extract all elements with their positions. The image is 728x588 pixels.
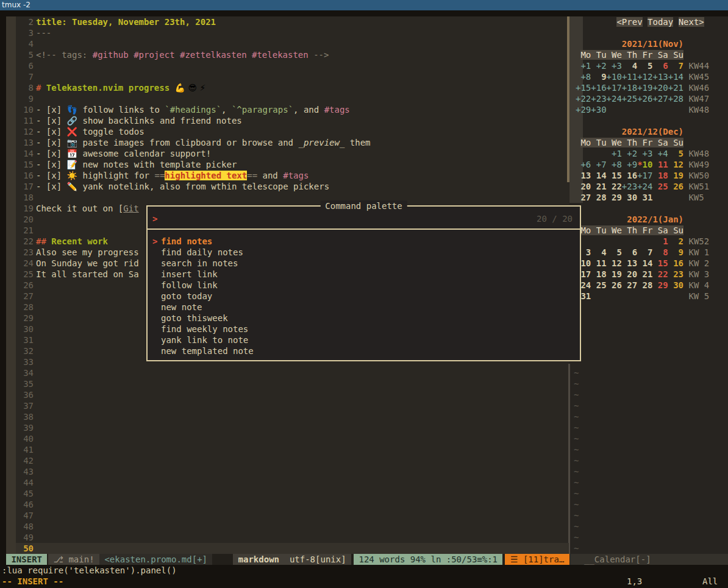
calendar-day-run[interactable]: +1 +2 +3 (576, 61, 622, 71)
editor-line[interactable]: 41 (16, 444, 569, 455)
calendar-week-number: KW 5 (683, 291, 709, 301)
editor-line[interactable]: 46 (16, 499, 569, 510)
palette-item[interactable]: new templated note (148, 345, 580, 356)
editor-line[interactable]: 11- [x] 🔗 show backlinks and friend note… (16, 115, 569, 126)
editor-line[interactable]: 7 (16, 71, 569, 82)
calendar-day-run[interactable]: 10 11 12 13 14 (576, 258, 652, 268)
calendar-day-run[interactable]: +1 +2 +3 +4 (607, 149, 668, 158)
palette-item[interactable]: new note (148, 302, 580, 313)
calendar-day-run[interactable]: +15+16+17+18+19+20+21 (576, 83, 683, 93)
palette-item[interactable]: insert link (148, 269, 580, 280)
text-run: them (344, 138, 370, 147)
line-number: 21 (16, 225, 34, 236)
editor-line[interactable]: 18 (16, 192, 569, 203)
editor-line[interactable]: 4 (16, 38, 569, 49)
calendar-day-run[interactable]: 25 (652, 182, 668, 191)
calendar-day-run[interactable]: +8 (576, 72, 591, 82)
editor-line[interactable]: 47 (16, 510, 569, 521)
calendar-day-run[interactable]: 19 (668, 171, 683, 180)
calendar-day-run[interactable]: 30 (668, 280, 683, 290)
calendar-day-run[interactable]: +10+11+12+13+14 (607, 72, 683, 82)
calendar-day-run[interactable]: 27 28 29 30 31 (576, 193, 652, 202)
statusline-filename: <ekasten.promo.md[+] (99, 554, 212, 565)
editor-line[interactable]: 6 (16, 60, 569, 71)
editor-line[interactable]: 5<!-- tags: #github #project #zettelkast… (16, 49, 569, 60)
editor-line[interactable]: 17- [x] ✏️ yank notelink, also from wthi… (16, 181, 569, 192)
calendar-day-run[interactable]: 15 (652, 258, 668, 268)
editor-line[interactable]: 49 (16, 532, 569, 543)
calendar-day-run[interactable]: +17 (637, 171, 652, 180)
calendar-day-run[interactable]: 5 (668, 149, 683, 158)
editor-line[interactable]: 38 (16, 411, 569, 422)
calendar-day-run[interactable]: 11 (652, 160, 668, 169)
editor-line[interactable]: 12- [x] ❌ toggle todos (16, 126, 569, 137)
calendar-nav-button[interactable]: <Prev (616, 17, 642, 27)
calendar-day-run[interactable]: 17 18 19 20 21 (576, 269, 652, 279)
calendar-nav-button[interactable]: Next> (679, 17, 704, 27)
palette-item[interactable]: goto thisweek (148, 313, 580, 324)
editor-line[interactable]: 48 (16, 521, 569, 532)
editor-line[interactable]: 14- [x] 📅 awesome calendar support! (16, 148, 569, 159)
editor-line[interactable]: 15- [x] 📝 new notes with template picker (16, 159, 569, 170)
calendar-day-run[interactable]: 4 5 (622, 61, 653, 71)
editor-line[interactable]: 36 (16, 389, 569, 400)
calendar-day-run[interactable]: 24 25 26 27 28 (576, 280, 652, 290)
palette-item[interactable]: find daily notes (148, 247, 580, 258)
editor-line[interactable]: 3--- (16, 27, 569, 38)
calendar-day-run[interactable]: +6 +7 +8 +9 (576, 160, 637, 169)
editor-line[interactable]: 9 (16, 93, 569, 104)
calendar-row: 2021/12(Dec) (576, 126, 709, 137)
editor-line[interactable]: 35 (16, 378, 569, 389)
palette-item[interactable]: search in notes (148, 258, 580, 269)
text-run (576, 39, 622, 49)
editor-line[interactable]: 43 (16, 466, 569, 477)
calendar-day-run[interactable]: 13 14 15 16 (576, 171, 637, 180)
line-text (34, 434, 36, 444)
calendar-day-run[interactable]: 26 (668, 182, 683, 191)
palette-prompt-input[interactable]: > (152, 213, 157, 224)
editor-line[interactable]: 2title: Tuesday, November 23th, 2021 (16, 16, 569, 27)
palette-item[interactable]: find weekly notes (148, 324, 580, 335)
editor-line[interactable]: 8# Telekasten.nvim progress 💪 😎 ⚡ (16, 82, 569, 93)
calendar-day-run[interactable]: 22 (652, 269, 668, 279)
text-run: new notes with template picker (77, 160, 237, 169)
editor-line[interactable]: 37 (16, 400, 569, 411)
editor-line[interactable]: 13- [x] 📷 paste images from clipboard or… (16, 137, 569, 148)
calendar-day-run[interactable]: 9 (668, 247, 683, 257)
editor-line[interactable]: 40 (16, 433, 569, 444)
calendar-day-run[interactable]: 12 (668, 160, 683, 169)
palette-item[interactable]: yank link to note (148, 335, 580, 345)
calendar-day-run[interactable]: +23+24 (622, 182, 653, 191)
calendar-day-run[interactable]: 18 (652, 171, 668, 180)
calendar-day-run[interactable]: 8 (652, 247, 668, 257)
calendar-day-run[interactable]: +22+23+24+25+26+27+28 (576, 94, 683, 104)
palette-item[interactable]: follow link (148, 280, 580, 291)
calendar-day-run[interactable]: 3 4 5 6 7 (576, 247, 652, 257)
editor-line[interactable]: 45 (16, 488, 569, 499)
calendar-day-run[interactable]: 23 (668, 269, 683, 279)
line-number: 28 (16, 302, 34, 313)
palette-item[interactable]: goto today (148, 291, 580, 302)
editor-line[interactable]: 10- [x] 👣 follow links to `#headings`, `… (16, 104, 569, 115)
calendar-day-run[interactable]: 9 (591, 72, 606, 82)
editor-line[interactable]: 42 (16, 455, 569, 466)
calendar-day-run[interactable]: 29 (652, 280, 668, 290)
window-titlebar[interactable]: tmux -2 (0, 0, 728, 10)
line-text: It all started on Sa (34, 269, 139, 279)
editor-line[interactable]: 44 (16, 477, 569, 488)
editor-line[interactable]: 50 (16, 543, 569, 554)
calendar-day-run[interactable]: 6 (652, 61, 668, 71)
calendar-day-run[interactable]: 1 (652, 236, 668, 246)
editor-line[interactable]: 16- [x] ☀️ highlight for ==highlighted t… (16, 170, 569, 181)
calendar-day-run[interactable]: 20 21 22 (576, 182, 622, 191)
calendar-day-run[interactable]: +29+30 (576, 105, 607, 115)
calendar-day-run[interactable]: 16 (668, 258, 683, 268)
command-line[interactable]: :lua require('telekasten').panel() (2, 565, 177, 576)
calendar-nav-button[interactable]: Today (648, 17, 673, 27)
palette-item[interactable]: >find notes (148, 236, 580, 247)
calendar-day-run[interactable]: 7 (668, 61, 683, 71)
calendar-day-run[interactable]: 2 (668, 236, 683, 246)
editor-line[interactable]: 34 (16, 367, 569, 378)
editor-line[interactable]: 39 (16, 422, 569, 433)
left-scrollbar[interactable] (6, 16, 16, 554)
